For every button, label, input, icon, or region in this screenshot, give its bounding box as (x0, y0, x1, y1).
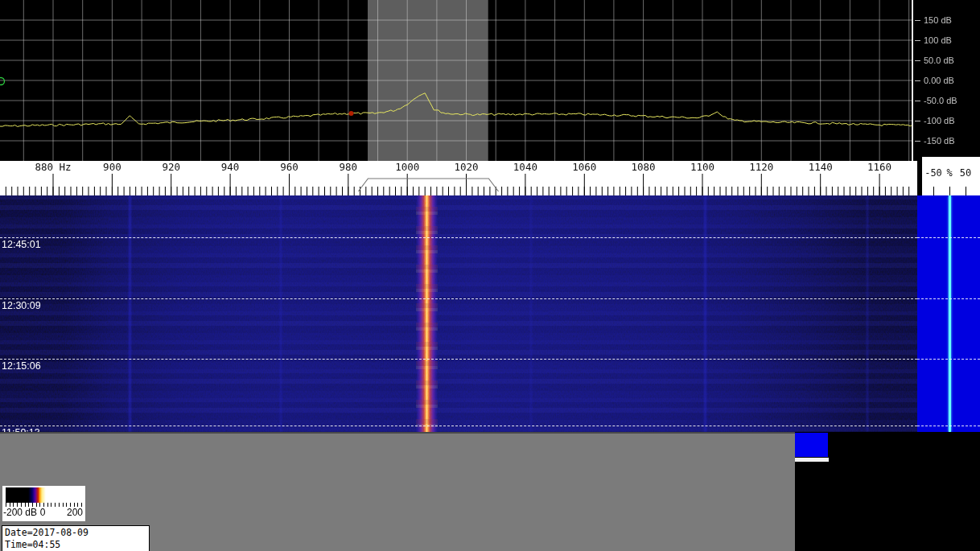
colorbar-tick (81, 503, 82, 507)
percent-scale-min: -50 (924, 167, 942, 179)
db-axis-label: 100 dB (924, 35, 952, 45)
colorbar-tick (21, 503, 22, 507)
colorbar-tick (39, 503, 40, 507)
ruler-label: 1080 (632, 161, 656, 173)
timestamp-label: 12:15:06 (2, 360, 41, 372)
db-axis-label: -50.0 dB (924, 96, 957, 105)
db-tick (915, 80, 920, 81)
colorbar-tick (17, 503, 18, 507)
colorbar-min-label: -200 dB (3, 507, 37, 518)
indicator-underline (795, 458, 829, 462)
ruler-label: 900 (103, 161, 121, 173)
bottom-right-panel (795, 432, 980, 551)
db-axis-label: 50.0 dB (924, 56, 954, 65)
colorbar-tick (70, 503, 71, 507)
green-circle-marker[interactable] (0, 78, 5, 85)
colorbar-gradient (6, 487, 81, 503)
time-gridline (0, 298, 917, 299)
db-tick (915, 101, 920, 101)
waterfall-display[interactable]: 12:45:0112:30:0912:15:0611:59:13 (0, 195, 917, 432)
timestamp-label: 12:45:01 (2, 239, 41, 250)
percent-scale: -50 % 50 (917, 157, 980, 195)
spectrum-analyzer-window: 150 dB100 dB50.0 dB0.00 dB-50.0 dB-100 d… (0, 0, 980, 551)
colorbar-tick (36, 503, 37, 507)
ruler-label: 1020 (454, 161, 478, 173)
colorbar-tick (43, 503, 44, 507)
waterfall-faint-signal-line (704, 195, 706, 432)
ruler-label: 1140 (809, 161, 833, 173)
ruler-label: 1160 (867, 161, 891, 173)
time-gridline (0, 237, 917, 238)
colorbar-tick (10, 503, 10, 507)
time-gridline (917, 426, 980, 426)
colorbar-tick (25, 503, 26, 507)
bottom-panel: -200 dB 0 200 Date=2017-08-09 Time=04:55… (0, 432, 795, 551)
ruler-label: 920 (162, 161, 180, 173)
db-axis-label: 150 dB (924, 15, 952, 25)
percent-tick (933, 187, 934, 195)
db-tick (915, 141, 920, 142)
db-axis-label: -150 dB (924, 136, 955, 146)
percent-scale-max: 50 (960, 167, 971, 179)
percent-track-line (949, 195, 951, 432)
time-gridline (917, 237, 980, 238)
waterfall-noise-texture (0, 195, 917, 432)
time-gridline (0, 426, 917, 426)
time-gridline (0, 359, 917, 360)
colorbar-tick (51, 503, 51, 507)
db-tick (915, 40, 920, 41)
ruler-label: 1040 (513, 161, 537, 173)
db-axis-label: -100 dB (924, 116, 955, 125)
db-axis-label: 0.00 dB (924, 76, 954, 85)
ruler-label: 1120 (749, 161, 773, 173)
colorbar-tick (55, 503, 56, 507)
db-axis-line (912, 0, 913, 161)
percent-icon: % (946, 167, 952, 179)
colorbar-tick (59, 503, 60, 507)
color-indicator-swatch (795, 433, 828, 457)
spectrum-plot[interactable] (0, 0, 912, 161)
waterfall-faint-signal-line (129, 195, 131, 432)
red-dot-marker[interactable] (348, 111, 353, 116)
ruler-label: 980 (340, 161, 358, 173)
ruler-label: 880 Hz (35, 161, 71, 173)
colorbar-tick (13, 503, 14, 507)
colorbar-zero-label: 0 (40, 507, 46, 518)
frequency-ruler[interactable]: 880 Hz9009209409609801000102010401060108… (0, 157, 917, 195)
colorbar-tick (28, 503, 29, 507)
colorbar-tick (63, 503, 64, 507)
colorbar-tick (66, 503, 67, 507)
colorbar-tick (74, 503, 75, 507)
ruler-label: 1060 (572, 161, 596, 173)
colorbar-tick (47, 503, 48, 507)
percent-waterfall-strip[interactable] (917, 195, 980, 432)
colorbar-tick (32, 503, 33, 507)
percent-tick (966, 187, 966, 195)
date-time-text: Date=2017-08-09 Time=04:55 (5, 527, 146, 551)
ruler-label: 1100 (690, 161, 714, 173)
ruler-label: 1000 (395, 161, 419, 173)
db-tick (915, 121, 920, 121)
amplitude-colorbar[interactable]: -200 dB 0 200 (2, 486, 85, 521)
percent-tick (949, 187, 950, 195)
info-box: Date=2017-08-09 Time=04:55 Freq= 862...1… (2, 525, 150, 551)
db-tick (915, 60, 920, 61)
time-gridline (917, 298, 980, 299)
ruler-label: 960 (280, 161, 299, 173)
waterfall-faint-signal-line (280, 195, 282, 432)
time-gridline (917, 359, 980, 360)
db-axis: 150 dB100 dB50.0 dB0.00 dB-50.0 dB-100 d… (912, 0, 980, 161)
waterfall-faint-signal-line (867, 195, 868, 432)
waterfall-faint-signal-line (530, 195, 532, 432)
db-tick (915, 20, 920, 21)
colorbar-max-label: 200 (67, 507, 83, 518)
ruler-label: 940 (221, 161, 240, 173)
colorbar-tick (6, 503, 6, 507)
timestamp-label: 12:30:09 (2, 300, 41, 311)
colorbar-tick (77, 503, 78, 507)
